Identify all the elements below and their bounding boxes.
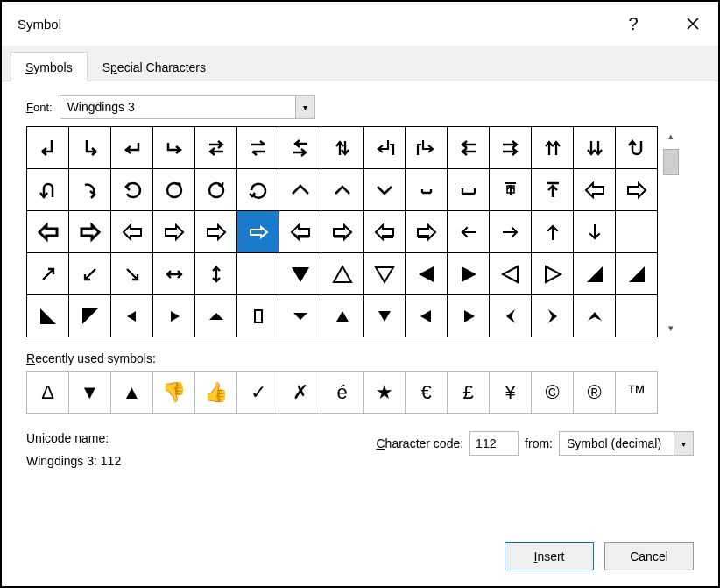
symbol-double-head-right[interactable]: [490, 127, 531, 168]
symbol-triangle-down-outline[interactable]: [364, 253, 405, 294]
symbol-crossing-double[interactable]: [195, 127, 236, 168]
symbol-outline-right-white[interactable]: [153, 211, 194, 252]
symbol-triangle-down-small[interactable]: [364, 295, 405, 337]
symbol-u-turn-up[interactable]: [27, 169, 68, 210]
symbol-blank[interactable]: [616, 211, 657, 252]
cancel-button[interactable]: Cancel: [604, 542, 694, 570]
symbol-outline-left-shadow-2[interactable]: [364, 211, 405, 252]
symbol-swap-left[interactable]: [279, 127, 321, 168]
help-button[interactable]: ?: [618, 9, 648, 39]
recent-symbol-2[interactable]: ▲: [111, 372, 152, 413]
symbol-play-right-solid[interactable]: [448, 253, 489, 294]
symbol-diag-down-left[interactable]: [69, 253, 110, 294]
symbol-triangle-up-solid-sel[interactable]: [237, 253, 279, 294]
recent-symbol-14[interactable]: ™: [616, 372, 657, 413]
recent-symbol-10[interactable]: £: [448, 372, 489, 413]
symbol-outline-right[interactable]: [616, 169, 657, 210]
recent-symbol-12[interactable]: ©: [532, 372, 573, 413]
symbol-arrowhead-right[interactable]: [532, 295, 573, 337]
symbol-caret-down[interactable]: [364, 169, 405, 210]
scroll-down-icon[interactable]: ▾: [663, 320, 679, 336]
symbol-caret-up-wide[interactable]: [279, 169, 321, 210]
character-code-input[interactable]: [469, 431, 519, 456]
symbol-triangle-up-small[interactable]: [321, 295, 363, 337]
symbol-return-right[interactable]: [153, 127, 194, 168]
symbol-outline-left-heavy[interactable]: [27, 211, 68, 252]
symbol-curve-right[interactable]: [69, 169, 110, 210]
symbol-up-down[interactable]: [321, 127, 363, 168]
symbol-outline-right-slim[interactable]: [237, 211, 279, 252]
symbol-triangle-up-outline[interactable]: [321, 253, 363, 294]
symbol-outline-left[interactable]: [574, 169, 615, 210]
symbol-thin-left[interactable]: [448, 211, 489, 252]
from-dropdown[interactable]: Symbol (decimal) ▾: [559, 431, 694, 456]
symbol-triangle-right-small-2[interactable]: [448, 295, 489, 337]
symbol-triangle-left-small[interactable]: [111, 295, 152, 337]
symbol-outline-right-white-2[interactable]: [195, 211, 236, 252]
symbol-play-left-outline[interactable]: [490, 253, 531, 294]
symbol-up-pair[interactable]: [532, 127, 573, 168]
symbol-wedge-bottom-right-solid[interactable]: [616, 253, 657, 294]
recent-symbol-5[interactable]: ✓: [237, 372, 279, 413]
symbol-up-down-thin[interactable]: [195, 253, 236, 294]
symbol-triangle-up-flat[interactable]: [195, 295, 236, 337]
symbol-double-head-left[interactable]: [448, 127, 489, 168]
symbol-play-left-solid[interactable]: [406, 253, 447, 294]
symbol-undo[interactable]: [111, 169, 152, 210]
recent-symbol-0[interactable]: Δ: [27, 372, 68, 413]
recent-symbol-7[interactable]: é: [321, 372, 363, 413]
symbol-circle-open[interactable]: [153, 169, 194, 210]
recent-symbol-1[interactable]: ▼: [69, 372, 110, 413]
recent-symbol-9[interactable]: €: [406, 372, 447, 413]
symbol-diag-up-right[interactable]: [27, 253, 68, 294]
symbol-triangle-down-flat[interactable]: [279, 295, 321, 337]
symbol-circle-solid[interactable]: [195, 169, 236, 210]
symbol-u-turn-down[interactable]: [616, 127, 657, 168]
symbol-swap-down-left[interactable]: [364, 127, 405, 168]
symbol-crossing-single[interactable]: [237, 127, 279, 168]
recent-symbol-11[interactable]: ¥: [490, 372, 531, 413]
symbol-down-right[interactable]: [69, 127, 110, 168]
font-dropdown[interactable]: Wingdings 3 ▾: [60, 95, 315, 119]
symbol-thin-down[interactable]: [574, 211, 615, 252]
symbol-triangle-right-small[interactable]: [153, 295, 194, 337]
symbol-arrowhead-up[interactable]: [574, 295, 615, 337]
symbol-shelf-up[interactable]: [532, 169, 573, 210]
symbol-down-left[interactable]: [27, 127, 68, 168]
chevron-down-icon[interactable]: ▾: [295, 96, 314, 118]
symbol-triangle-down-solid[interactable]: [279, 253, 321, 294]
symbol-blank2[interactable]: [616, 295, 657, 337]
symbol-grid-scrollbar[interactable]: ▴ ▾: [660, 126, 681, 337]
symbol-bracket-down-small[interactable]: [406, 169, 447, 210]
symbol-thin-right[interactable]: [490, 211, 531, 252]
scroll-up-icon[interactable]: ▴: [663, 128, 679, 144]
symbol-thin-up[interactable]: [532, 211, 573, 252]
chevron-down-icon[interactable]: ▾: [674, 432, 693, 455]
symbol-wedge-bottom-right[interactable]: [574, 253, 615, 294]
recent-symbol-6[interactable]: ✗: [279, 372, 321, 413]
symbol-shelf-up-outline[interactable]: [490, 169, 531, 210]
recent-symbol-4[interactable]: 👍: [195, 372, 236, 413]
symbol-outline-left-white[interactable]: [111, 211, 152, 252]
symbol-outline-right-shadow[interactable]: [321, 211, 363, 252]
symbol-caret-up[interactable]: [321, 169, 363, 210]
symbol-play-right-outline[interactable]: [532, 253, 573, 294]
insert-button[interactable]: Insert: [505, 542, 594, 570]
symbol-wedge-bottom-left[interactable]: [27, 295, 68, 337]
recent-symbol-8[interactable]: ★: [364, 372, 405, 413]
tab-special-characters[interactable]: Special Characters: [88, 52, 221, 81]
symbol-arrowhead-left[interactable]: [490, 295, 531, 337]
symbol-down-pair[interactable]: [574, 127, 615, 168]
recent-symbol-13[interactable]: ®: [574, 372, 615, 413]
symbol-outline-right-heavy[interactable]: [69, 211, 110, 252]
symbol-swap-down-right[interactable]: [406, 127, 447, 168]
symbol-wedge-bottom-left-solid[interactable]: [69, 295, 110, 337]
symbol-return-left[interactable]: [111, 127, 152, 168]
tab-symbols[interactable]: Symbols: [11, 52, 88, 81]
symbol-rect-outline[interactable]: [237, 295, 279, 337]
symbol-diag-down-right[interactable]: [111, 253, 152, 294]
symbol-triangle-left-small-2[interactable]: [406, 295, 447, 337]
symbol-left-right[interactable]: [153, 253, 194, 294]
close-button[interactable]: [678, 9, 708, 39]
symbol-bracket-down[interactable]: [448, 169, 489, 210]
